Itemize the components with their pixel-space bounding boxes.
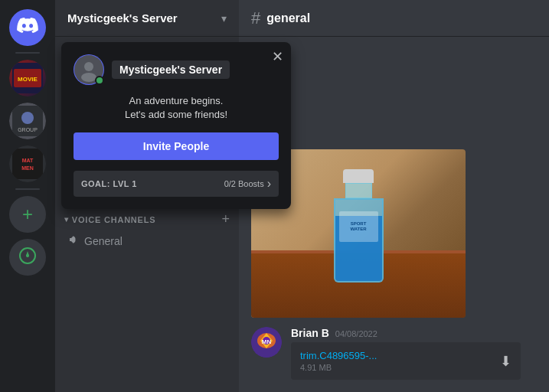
svg-text:MEN: MEN <box>21 165 34 171</box>
svg-text:MN: MN <box>262 338 272 345</box>
server-list-divider-2 <box>15 188 40 190</box>
attachment-name: trim.C4896595-... <box>300 350 491 361</box>
download-icon[interactable]: ⬇ <box>500 353 511 370</box>
attachment-size: 4.91 MB <box>300 363 491 372</box>
server-list-divider <box>15 52 40 54</box>
popup-description: An adventure begins. Let's add some frie… <box>74 94 279 122</box>
channel-title-text: general <box>266 11 310 25</box>
voice-channels-section: ▾ VOICE CHANNELS + General <box>61 208 233 251</box>
server-icon-1[interactable]: MOVIE <box>9 60 46 96</box>
voice-channels-header[interactable]: ▾ VOICE CHANNELS + <box>61 208 233 230</box>
section-voice-chevron-icon: ▾ <box>64 215 69 224</box>
svg-rect-6 <box>12 149 43 179</box>
svg-text:GROUP: GROUP <box>18 127 38 132</box>
message-item: MN Brian B 04/08/2022 trim.C4896595-... … <box>251 327 537 380</box>
boost-goal-label: GOAL: LVL 1 <box>81 179 137 188</box>
explore-servers-button[interactable] <box>9 239 46 276</box>
server-menu-chevron-icon: ▾ <box>221 12 227 24</box>
main-header: # general <box>239 0 549 37</box>
voice-channels-label: ▾ VOICE CHANNELS <box>64 215 155 224</box>
speaker-icon <box>67 234 80 248</box>
svg-text:MOVIE: MOVIE <box>18 76 38 83</box>
server-header[interactable]: Mysticgeek's Server ▾ <box>55 0 239 37</box>
boost-chevron-icon: › <box>267 177 271 191</box>
message-body: Brian B 04/08/2022 trim.C4896595-... 4.9… <box>291 327 537 380</box>
online-indicator <box>95 76 104 85</box>
server-popup: ✕ Mysticgeek's Server An adventure begin… <box>61 42 291 209</box>
boost-goal-value: 0/2 Boosts › <box>224 177 271 191</box>
svg-point-13 <box>84 62 93 71</box>
channel-hash-icon: # <box>251 8 260 28</box>
message-attachment: trim.C4896595-... 4.91 MB ⬇ <box>291 342 521 380</box>
user-avatar-img: MN <box>251 327 282 358</box>
boost-goal-container[interactable]: GOAL: LVL 1 0/2 Boosts › <box>74 171 279 197</box>
add-server-button[interactable]: + <box>9 196 46 233</box>
svg-text:MAT: MAT <box>22 158 34 163</box>
channel-title: # general <box>251 8 310 28</box>
voice-channel-name-general: General <box>84 235 123 247</box>
server-icon-3[interactable]: MAT MEN <box>9 145 46 182</box>
invite-people-button[interactable]: Invite People <box>74 132 279 160</box>
discord-home-button[interactable] <box>9 9 46 46</box>
svg-point-14 <box>81 73 96 82</box>
server-name: Mysticgeek's Server <box>67 11 178 24</box>
compass-icon <box>18 247 37 269</box>
add-voice-channel-button[interactable]: + <box>221 211 230 227</box>
server-list: MOVIE GROUP MAT MEN + <box>0 0 55 392</box>
svg-point-11 <box>26 254 29 257</box>
popup-server-info: Mysticgeek's Server <box>74 54 279 85</box>
channel-sidebar: Mysticgeek's Server ▾ ✕ Mysticgeek's Ser… <box>55 0 239 392</box>
server-icon-2[interactable]: GROUP <box>9 103 46 139</box>
popup-close-button[interactable]: ✕ <box>272 48 283 65</box>
svg-point-4 <box>21 112 34 124</box>
popup-server-name: Mysticgeek's Server <box>112 60 230 79</box>
add-server-icon: + <box>22 204 33 225</box>
attachment-info: trim.C4896595-... 4.91 MB <box>300 350 491 372</box>
message-timestamp: 04/08/2022 <box>335 329 377 338</box>
voice-channel-general[interactable]: General <box>61 230 233 251</box>
message-username: Brian B <box>291 327 329 339</box>
avatar: MN <box>251 327 282 358</box>
popup-server-avatar <box>74 54 104 85</box>
discord-logo-icon <box>17 18 38 38</box>
message-header: Brian B 04/08/2022 <box>291 327 537 339</box>
